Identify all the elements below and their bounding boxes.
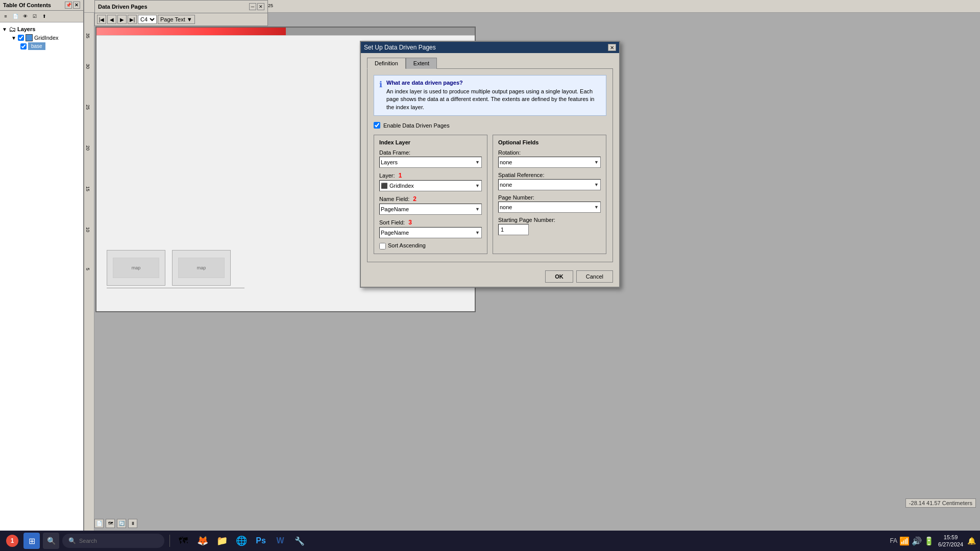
windows-start-btn[interactable]: ⊞ [23,533,40,549]
layer-annotation: 1 [399,172,402,179]
sort-field-annotation: 3 [408,219,412,226]
taskbar-arcmap-icon[interactable]: 🗺 [175,533,191,549]
taskbar-word-icon[interactable]: W [272,533,288,549]
taskbar-sep1 [169,535,170,547]
lang-indicator: FA [890,537,897,544]
taskbar-browser-icon[interactable]: 🌐 [233,533,250,549]
taskbar-misc-icon[interactable]: 🔧 [291,533,308,549]
starting-page-label: Starting Page Number: [498,217,601,223]
photoshop-icon: Ps [256,536,266,545]
rotation-select[interactable]: none [498,157,601,168]
arcmap-icon: 🗺 [179,536,188,546]
page-number-row: Page Number: none [498,194,601,213]
taskbar-right: FA 📶 🔊 🔋 15:59 6/27/2024 🔔 [890,534,976,548]
optional-fields-section: Optional Fields Rotation: none [493,135,606,254]
layer-select-wrapper: ⬛ GridIndex [379,180,482,191]
rotation-row: Rotation: none [498,149,601,168]
time-display[interactable]: 15:59 6/27/2024 [938,534,963,548]
notification-center-icon[interactable]: 🔔 [967,537,976,545]
network-icon: 📶 [899,536,910,546]
modal-footer: OK Cancel [361,266,619,287]
form-sections-row: Index Layer Data Frame: Layers [374,135,606,254]
sort-field-label: Sort Field: 3 [379,219,482,226]
tab-extent[interactable]: Extent [406,58,437,69]
sort-ascending-row: Sort Ascending [379,242,482,249]
start-notification-icon[interactable]: 1 [4,533,20,549]
date: 6/27/2024 [938,541,963,548]
spatial-ref-label: Spatial Reference: [498,172,601,178]
word-icon: W [276,536,284,545]
enable-label: Enable Data Driven Pages [383,122,450,129]
time: 15:59 [938,534,963,541]
taskbar-folder-icon[interactable]: 📁 [214,533,230,549]
tab-definition[interactable]: Definition [367,58,406,69]
tab-definition-content: ℹ What are data driven pages? An index l… [367,68,613,262]
taskbar-firefox-icon[interactable]: 🦊 [194,533,211,549]
search-icon: 🔍 [68,537,76,544]
system-tray: FA 📶 🔊 🔋 [890,536,934,546]
firefox-icon: 🦊 [197,535,208,546]
page-number-label: Page Number: [498,194,601,201]
optional-fields-title: Optional Fields [498,139,601,145]
name-field-annotation: 2 [413,195,416,203]
layer-select[interactable]: ⬛ GridIndex [379,180,482,191]
rotation-label: Rotation: [498,149,601,156]
sort-ascending-checkbox[interactable] [379,243,386,249]
page-number-select-wrapper: none [498,202,601,213]
data-frame-label: Data Frame: [379,149,482,156]
notification-badge[interactable]: 1 [6,535,18,547]
search-taskbar-btn[interactable]: 🔍 [43,533,59,549]
search-input[interactable] [79,538,151,544]
sort-field-select[interactable]: PageName [379,227,482,238]
layer-label: Layer: 1 [379,172,482,179]
info-icon: ℹ [379,80,382,89]
spatial-ref-select-wrapper: none [498,179,601,190]
name-field-select-wrapper: PageName [379,204,482,215]
search-taskbar-icon: 🔍 [47,537,56,545]
enable-checkbox-row: Enable Data Driven Pages [374,122,606,129]
page-number-select[interactable]: none [498,202,601,213]
misc-icon: 🔧 [295,536,305,546]
name-field-label: Name Field: 2 [379,195,482,203]
name-field-select[interactable]: PageName [379,204,482,215]
starting-page-input[interactable] [498,224,529,235]
cancel-button[interactable]: Cancel [576,270,613,283]
windows-logo-icon: ⊞ [29,536,35,546]
layer-row: Layer: 1 ⬛ GridIndex [379,172,482,191]
sort-field-select-wrapper: PageName [379,227,482,238]
modal-overlay: Set Up Data Driven Pages ✕ Definition Ex… [0,0,980,551]
tab-bar: Definition Extent [367,57,613,68]
spatial-ref-select[interactable]: none [498,179,601,190]
name-field-row: Name Field: 2 PageName [379,195,482,215]
search-box[interactable]: 🔍 [62,534,164,548]
enable-ddp-checkbox[interactable] [374,122,380,129]
taskbar: 1 ⊞ 🔍 🔍 🗺 🦊 📁 🌐 Ps W 🔧 FA 📶 [0,531,980,551]
battery-icon: 🔋 [924,536,934,546]
start-btn-wrap: 1 [4,533,20,549]
rotation-select-wrapper: none [498,157,601,168]
data-frame-select-wrapper: Layers [379,157,482,168]
index-layer-title: Index Layer [379,139,482,145]
volume-icon: 🔊 [912,536,922,546]
info-content: What are data driven pages? An index lay… [386,80,601,111]
setup-ddp-dialog: Set Up Data Driven Pages ✕ Definition Ex… [360,41,620,288]
modal-titlebar: Set Up Data Driven Pages ✕ [361,42,619,53]
info-title: What are data driven pages? [386,80,601,86]
modal-body: Definition Extent ℹ What are data driven… [361,53,619,266]
folder-icon: 📁 [216,535,228,546]
sort-field-row: Sort Field: 3 PageName [379,219,482,238]
modal-close-icon[interactable]: ✕ [608,44,616,51]
spatial-ref-row: Spatial Reference: none [498,172,601,190]
modal-title: Set Up Data Driven Pages [364,44,436,51]
starting-page-row: Starting Page Number: [498,217,601,235]
info-box: ℹ What are data driven pages? An index l… [374,75,606,116]
taskbar-photoshop-icon[interactable]: Ps [253,533,269,549]
data-frame-row: Data Frame: Layers [379,149,482,168]
sort-ascending-label: Sort Ascending [388,242,426,248]
data-frame-select[interactable]: Layers [379,157,482,168]
info-text: An index layer is used to produce multip… [386,88,601,111]
index-layer-section: Index Layer Data Frame: Layers [374,135,487,254]
browser-icon: 🌐 [236,535,247,546]
ok-button[interactable]: OK [545,270,573,283]
